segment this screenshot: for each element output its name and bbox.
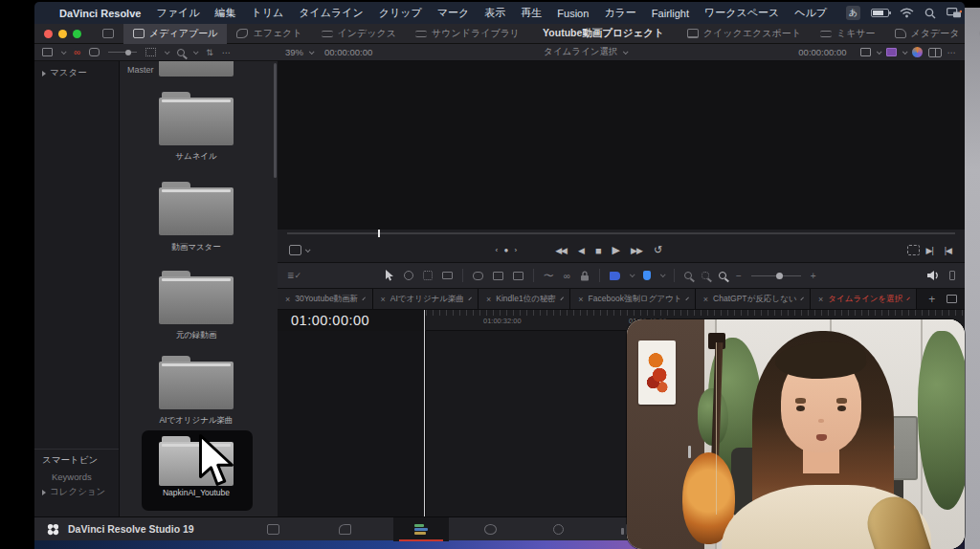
close-tab-icon[interactable]: × — [285, 295, 290, 304]
menu-clip[interactable]: クリップ — [379, 6, 422, 20]
trim-tool-icon[interactable] — [404, 271, 413, 280]
zoom-custom-icon[interactable] — [719, 272, 726, 279]
viewer-mode-icon[interactable] — [860, 48, 871, 56]
last-frame-button[interactable]: ▶▶ — [631, 246, 642, 255]
ime-icon[interactable]: あ — [846, 6, 860, 20]
scrubber-playhead[interactable] — [378, 230, 380, 237]
folder-item[interactable] — [159, 356, 234, 409]
selection-tool-icon[interactable] — [385, 270, 394, 281]
add-timeline-tab-button[interactable]: + — [917, 289, 947, 309]
folder-item[interactable] — [159, 92, 234, 145]
zoom-full-extent-icon[interactable] — [684, 272, 692, 279]
metadata-toggle[interactable]: メタデータ — [885, 24, 969, 44]
page-fusion-button[interactable] — [462, 517, 518, 541]
dual-viewer-icon[interactable] — [928, 48, 942, 57]
audio-monitor-icon[interactable] — [926, 270, 940, 281]
menu-fusion[interactable]: Fusion — [557, 8, 589, 19]
timeline-zoom-slider[interactable] — [751, 275, 801, 276]
viewer-scrubber[interactable] — [287, 232, 955, 234]
menu-app-name[interactable]: DaVinci Resolve — [59, 8, 141, 19]
flag-icon[interactable] — [610, 272, 620, 280]
viewer-timecode[interactable]: 00:00:00:00 — [798, 47, 846, 57]
viewer-options-icon[interactable]: ⋯ — [947, 47, 958, 57]
bin-list-toggle-icon[interactable] — [42, 48, 53, 56]
link-clips-icon[interactable]: ∞ — [564, 271, 570, 281]
page-cut-button[interactable] — [317, 517, 372, 541]
gang-viewers-icon[interactable] — [289, 245, 301, 255]
search-icon[interactable] — [924, 8, 936, 19]
media-pool-toggle[interactable]: メディアプール — [123, 24, 227, 44]
index-toggle[interactable]: インデックス — [312, 24, 406, 44]
menu-timeline[interactable]: タイムライン — [299, 6, 364, 20]
menu-view[interactable]: 表示 — [484, 6, 505, 20]
folder-item-clipped[interactable] — [159, 61, 234, 77]
close-tab-icon[interactable]: × — [703, 295, 708, 304]
page-media-button[interactable] — [245, 517, 301, 541]
folder-item[interactable] — [159, 182, 234, 235]
sound-library-toggle[interactable]: サウンドライブラリ — [406, 24, 529, 44]
source-timecode[interactable]: 00:00:00:00 — [324, 47, 372, 57]
lock-icon[interactable] — [580, 271, 590, 281]
screen-mirroring-icon[interactable] — [947, 8, 962, 18]
inspector-toggle[interactable]: インスペクタ — [969, 24, 980, 44]
retime-curve-icon[interactable]: 〜 — [544, 269, 554, 283]
zoom-window-button[interactable] — [73, 30, 81, 38]
timeline-tab[interactable]: × Facebook強制ログアウト — [570, 289, 696, 309]
mute-icon[interactable] — [949, 271, 955, 280]
menu-color[interactable]: カラー — [604, 6, 636, 20]
menu-fairlight[interactable]: Fairlight — [652, 8, 689, 19]
zoom-out-icon[interactable]: − — [736, 271, 742, 281]
stop-button[interactable]: ■ — [595, 245, 601, 256]
insert-clip-icon[interactable] — [493, 272, 503, 280]
page-color-button[interactable] — [530, 517, 586, 541]
jog-control[interactable]: ‹ ● › — [496, 246, 520, 254]
minimize-window-button[interactable] — [58, 30, 67, 38]
marker-icon[interactable] — [643, 271, 651, 280]
close-tab-icon[interactable]: × — [381, 295, 386, 304]
timeline-tab[interactable]: × Kindle1位の秘密 — [479, 289, 570, 309]
camera-icon[interactable] — [89, 48, 100, 56]
timeline-viewer[interactable] — [278, 61, 965, 230]
smart-bin-keywords[interactable]: Keywords — [52, 472, 92, 482]
disclosure-icon[interactable] — [42, 490, 46, 495]
timeline-tab-active[interactable]: × タイムラインを選択 — [811, 289, 917, 309]
search-bins-icon[interactable] — [177, 49, 185, 56]
disclosure-icon[interactable] — [42, 71, 46, 77]
loop-button[interactable]: ↺ — [654, 244, 661, 256]
menu-mark[interactable]: マーク — [437, 6, 470, 20]
close-window-button[interactable] — [44, 30, 53, 38]
match-frame-out-button[interactable]: ▶| — [925, 246, 932, 255]
menu-playback[interactable]: 再生 — [521, 6, 542, 20]
stacked-timelines-icon[interactable] — [947, 295, 957, 303]
viewer-zoom-select[interactable]: 39% — [285, 47, 303, 57]
timeline-timecode[interactable]: 01:00:00:00 — [278, 310, 426, 331]
match-frame-in-button[interactable]: |◀ — [945, 246, 951, 255]
color-viewer-icon[interactable] — [912, 47, 923, 57]
media-pool-scrollbar[interactable] — [274, 63, 277, 178]
zoom-in-icon[interactable]: + — [811, 271, 816, 281]
grid-view-icon[interactable] — [145, 48, 156, 56]
close-tab-icon[interactable]: × — [486, 295, 491, 304]
effects-toggle[interactable]: エフェクト — [227, 24, 311, 44]
close-tab-icon[interactable]: × — [578, 295, 583, 304]
snapping-icon[interactable] — [473, 272, 483, 280]
timeline-tab[interactable]: × 30Youtube動画新 — [278, 289, 373, 309]
sort-icon[interactable]: ⇅ — [206, 48, 213, 57]
menu-help[interactable]: ヘルプ — [794, 6, 827, 20]
capture-button[interactable] — [93, 24, 123, 44]
menu-workspace[interactable]: ワークスペース — [704, 6, 779, 20]
quick-export-button[interactable]: クイックエクスポート — [678, 24, 811, 44]
bin-master[interactable]: マスター — [42, 67, 87, 79]
dynamic-zoom-icon[interactable] — [423, 271, 433, 280]
source-timeline-icon[interactable] — [886, 48, 897, 56]
step-back-button[interactable]: ◀ — [578, 246, 584, 255]
timeline-options-icon[interactable]: ≣✓ — [287, 271, 301, 280]
zoom-detail-icon[interactable] — [702, 272, 709, 279]
close-tab-icon[interactable]: × — [818, 295, 823, 304]
battery-icon[interactable] — [871, 9, 889, 17]
thumbnail-size-slider[interactable] — [108, 52, 137, 53]
timeline-playhead[interactable] — [424, 310, 425, 516]
overwrite-clip-icon[interactable] — [513, 272, 523, 280]
more-options-icon[interactable]: ⋯ — [222, 48, 232, 57]
razor-tool-icon[interactable] — [442, 272, 453, 279]
